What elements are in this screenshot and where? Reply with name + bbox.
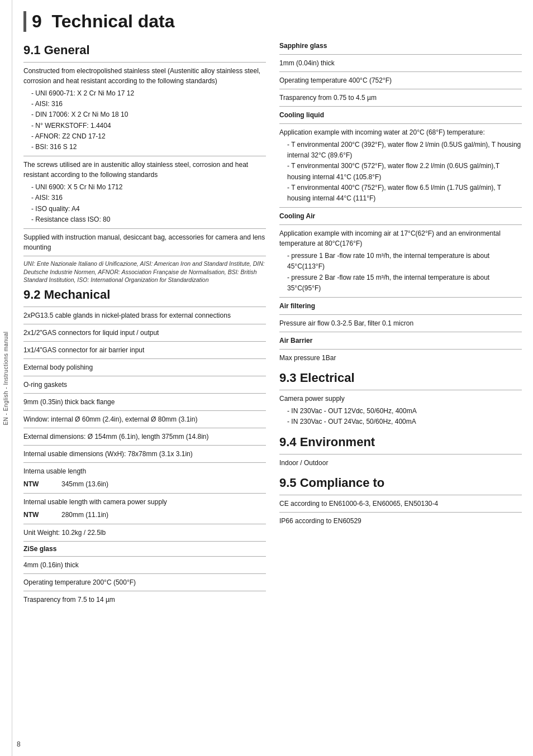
electrical-list: IN 230Vac - OUT 12Vdc, 50/60Hz, 400mA IN… — [279, 406, 522, 427]
two-col-layout: 9.1 General Constructed from electropoli… — [23, 41, 522, 745]
cooling-air-intro: Application example with incoming air at… — [279, 228, 522, 248]
compliance-item-1: CE according to EN61000-6-3, EN60065, EN… — [279, 499, 522, 509]
ntw1-value: 345mm (13.6in) — [61, 480, 108, 488]
mechanical-item-6: 9mm (0.35in) thick back flange — [23, 397, 266, 407]
section-9-2-title: 9.2 Mechanical — [23, 288, 266, 302]
cooling-liquid-intro: Application example with incoming water … — [279, 127, 522, 137]
divider — [23, 62, 266, 63]
divider — [23, 358, 266, 359]
ntw1-label: NTW — [23, 480, 57, 488]
sapphire-item-2: Operating temperature 400°C (752°F) — [279, 75, 522, 85]
list-item: pressure 2 Bar -flow rate 15 m³/h, the i… — [287, 272, 522, 294]
air-filtering-text: Pressure air flow 0.3-2.5 Bar, filter 0.… — [279, 318, 522, 328]
sapphire-title: Sapphire glass — [279, 41, 522, 51]
zise-item-2: Operating temperature 200°C (500°F) — [23, 577, 266, 587]
zise-title: ZiSe glass — [23, 545, 266, 553]
ntw2-label: NTW — [23, 511, 57, 519]
air-barrier-text: Max pressure 1Bar — [279, 353, 522, 363]
mechanical-item-10: Interna usable length — [23, 466, 266, 476]
divider — [23, 410, 266, 411]
compliance-item-2: IP66 according to EN60529 — [279, 516, 522, 526]
divider — [23, 493, 266, 494]
list-item: IN 230Vac - OUT 24Vac, 50/60Hz, 400mA — [287, 417, 522, 427]
divider — [279, 71, 522, 72]
divider — [23, 524, 266, 524]
ntw2-row: NTW 280mm (11.1in) — [23, 509, 266, 520]
list-item: AFNOR: Z2 CND 17-12 — [31, 131, 266, 142]
main-content: 9 Technical data 9.1 General Constructed… — [12, 0, 533, 756]
air-barrier-title: Air Barrier — [279, 336, 522, 346]
divider — [279, 54, 522, 55]
divider — [23, 341, 266, 342]
divider — [279, 349, 522, 350]
mechanical-item-4: External body polishing — [23, 362, 266, 372]
chapter-title: 9 Technical data — [23, 11, 522, 32]
list-item: UNI 6900-71: X 2 Cr Ni Mo 17 12 — [31, 88, 266, 99]
page-wrapper: EN - English - Instructions manual 9 Tec… — [0, 0, 533, 756]
sapphire-item-1: 1mm (0.04in) thick — [279, 58, 522, 68]
list-item: DIN 17006: X 2 Cr Ni Mo 18 10 — [31, 109, 266, 120]
italic-note: UNI: Ente Nazionale Italiano di Unificaz… — [23, 260, 266, 284]
divider — [23, 156, 266, 156]
mechanical-item-5: O-ring gaskets — [23, 380, 266, 390]
mechanical-item-8: External dimensions: Ø 154mm (6.1in), le… — [23, 432, 266, 442]
divider — [23, 428, 266, 428]
cooling-air-title: Cooling Air — [279, 211, 522, 221]
page-number: 8 — [17, 740, 21, 748]
section-9-1-title: 9.1 General — [23, 43, 266, 58]
ntw2-value: 280mm (11.1in) — [61, 511, 108, 519]
cooling-liquid-title: Cooling liquid — [279, 110, 522, 120]
sapphire-item-3: Trasparency from 0.75 to 4.5 µm — [279, 93, 522, 103]
divider — [23, 462, 266, 463]
mechanical-item-7: Window: internal Ø 60mm (2.4in), externa… — [23, 414, 266, 424]
list-item: N° WERKSTOFF: 1.4404 — [31, 121, 266, 131]
mechanical-item-1: 2xPG13.5 cable glands in nickel-plated b… — [23, 310, 266, 320]
general-para1: Constructed from electropolished stainle… — [23, 66, 266, 86]
divider — [279, 106, 522, 107]
divider — [279, 314, 522, 315]
divider — [23, 256, 266, 256]
side-label: EN - English - Instructions manual — [0, 0, 12, 756]
left-column: 9.1 General Constructed from electropoli… — [23, 41, 266, 745]
standards1-list: UNI 6900-71: X 2 Cr Ni Mo 17 12 AISI: 31… — [23, 88, 266, 152]
divider — [279, 89, 522, 89]
divider — [23, 591, 266, 591]
zise-item-3: Trasparency from 7.5 to 14 µm — [23, 595, 266, 605]
standards2-list: UNI 6900: X 5 Cr Ni Mo 1712 AISI: 316 IS… — [23, 182, 266, 225]
cooling-air-list: pressure 1 Bar -flow rate 10 m³/h, the i… — [279, 251, 522, 294]
divider — [279, 123, 522, 124]
divider — [23, 573, 266, 574]
list-item: pressure 1 Bar -flow rate 10 m³/h, the i… — [287, 251, 522, 272]
list-item: IN 230Vac - OUT 12Vdc, 50/60Hz, 400mA — [287, 406, 522, 417]
weight-label: Unit Weight: 10.2kg / 22.5lb — [23, 528, 266, 538]
divider — [23, 307, 266, 307]
zise-item-1: 4mm (0.16in) thick — [23, 560, 266, 570]
divider — [279, 390, 522, 390]
divider — [279, 207, 522, 208]
divider — [23, 376, 266, 376]
list-item: ISO quality: A4 — [31, 204, 266, 214]
list-item: T environmental 400°C (752°F), water flo… — [287, 183, 522, 204]
divider — [23, 445, 266, 446]
divider — [279, 332, 522, 332]
list-item: UNI 6900: X 5 Cr Ni Mo 1712 — [31, 182, 266, 193]
mechanical-item-9: Internal usable dimensions (WxH): 78x78m… — [23, 449, 266, 459]
environment-text: Indoor / Outdoor — [279, 458, 522, 468]
divider — [23, 228, 266, 229]
list-item: Resistance class ISO: 80 — [31, 214, 266, 225]
section-9-5-title: 9.5 Compliance to — [279, 476, 522, 490]
list-item: AISI: 316 — [31, 99, 266, 109]
list-item: AISI: 316 — [31, 193, 266, 203]
general-para3: Supplied with instruction manual, desicc… — [23, 232, 266, 252]
electrical-intro: Camera power supply — [279, 394, 522, 404]
mechanical-item-2: 2x1/2"GAS connectors for liquid input / … — [23, 328, 266, 338]
divider — [23, 324, 266, 324]
side-label-text: EN - English - Instructions manual — [3, 331, 9, 425]
section-9-4-title: 9.4 Environment — [279, 435, 522, 449]
divider — [279, 224, 522, 225]
section-9-3-title: 9.3 Electrical — [279, 371, 522, 385]
divider — [23, 393, 266, 394]
divider — [279, 512, 522, 513]
general-para2: The screws utilised are in austenitic al… — [23, 160, 266, 180]
divider — [23, 556, 266, 557]
